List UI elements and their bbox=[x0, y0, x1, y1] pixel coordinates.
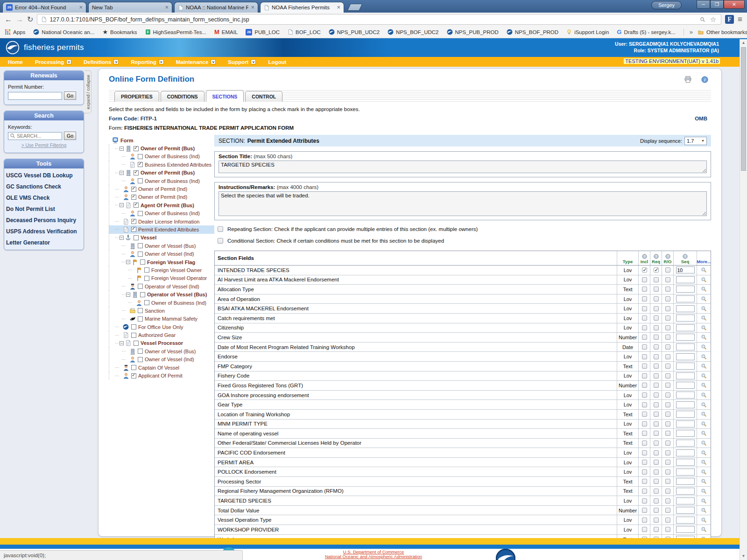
seq-input[interactable] bbox=[676, 411, 695, 418]
tree-checkbox[interactable] bbox=[144, 267, 149, 273]
tree-item[interactable]: − Operator of Vessel (Bus) bbox=[109, 290, 214, 298]
more-button[interactable] bbox=[697, 294, 711, 304]
req-checkbox[interactable] bbox=[654, 518, 659, 523]
bookmark-item[interactable]: HighSeasPermit-Tes... bbox=[145, 29, 206, 35]
nav-item-support[interactable]: Supportv bbox=[222, 59, 262, 65]
tree-checkbox[interactable] bbox=[131, 219, 136, 224]
tree-item[interactable]: − Operator of Vessel (Ind) bbox=[109, 282, 214, 290]
req-checkbox[interactable] bbox=[654, 287, 659, 292]
bookmark-item[interactable]: National Oceanic an... bbox=[33, 29, 94, 35]
seq-input[interactable] bbox=[676, 276, 695, 283]
incl-checkbox[interactable] bbox=[642, 479, 647, 484]
req-checkbox[interactable] bbox=[654, 527, 659, 532]
help-icon[interactable]: ? bbox=[665, 254, 670, 259]
more-button[interactable] bbox=[697, 496, 711, 505]
tool-link-usps-address-verification[interactable]: USPS Address Verification bbox=[5, 226, 83, 237]
tool-link-letter-generator[interactable]: Letter Generator bbox=[5, 238, 83, 248]
ro-checkbox[interactable] bbox=[665, 277, 670, 282]
req-checkbox[interactable] bbox=[654, 296, 659, 301]
ro-checkbox[interactable] bbox=[665, 315, 670, 321]
seq-input[interactable] bbox=[676, 430, 695, 437]
more-button[interactable] bbox=[697, 304, 711, 313]
tree-item[interactable]: − Sanction bbox=[109, 307, 214, 315]
seq-input[interactable] bbox=[676, 459, 695, 466]
search-icon[interactable] bbox=[700, 17, 705, 22]
scroll-up-icon[interactable]: ▲ bbox=[740, 39, 747, 47]
tree-item[interactable]: − Authorized Gear bbox=[109, 331, 214, 339]
more-button[interactable] bbox=[697, 333, 711, 342]
reload-icon[interactable]: ↻ bbox=[27, 16, 33, 23]
incl-checkbox[interactable] bbox=[642, 489, 647, 494]
tab-close-icon[interactable]: × bbox=[337, 5, 340, 10]
tree-checkbox[interactable] bbox=[140, 292, 145, 297]
tree-checkbox[interactable] bbox=[134, 341, 139, 346]
ro-checkbox[interactable] bbox=[665, 508, 670, 513]
seq-input[interactable] bbox=[676, 392, 695, 399]
seq-input[interactable] bbox=[676, 440, 695, 447]
tree-checkbox[interactable] bbox=[131, 365, 136, 370]
tree-item[interactable]: − Owner of Vessel (Ind) bbox=[109, 250, 214, 258]
req-checkbox[interactable] bbox=[654, 402, 659, 407]
section-title-input[interactable]: TARGETED SPECIES bbox=[218, 161, 707, 173]
bookmark-item[interactable]: iSupport Login bbox=[566, 29, 609, 35]
tree-item[interactable]: − Permit Extended Attributes bbox=[109, 225, 214, 233]
tab-close-icon[interactable]: × bbox=[251, 5, 254, 10]
tool-link-deceased-persons-inquiry[interactable]: Deceased Persons Inquiry bbox=[5, 215, 83, 225]
more-button[interactable] bbox=[697, 515, 711, 525]
tree-checkbox[interactable] bbox=[131, 187, 136, 192]
seq-input[interactable] bbox=[676, 315, 695, 322]
tab-close-icon[interactable]: × bbox=[79, 5, 83, 10]
tree-item[interactable]: − Captain Of Vessel bbox=[109, 364, 214, 371]
req-checkbox[interactable] bbox=[654, 325, 659, 330]
req-checkbox[interactable] bbox=[654, 315, 659, 321]
tree-item[interactable]: − Owner of Business (Ind) bbox=[109, 153, 214, 161]
seq-input[interactable] bbox=[676, 334, 695, 341]
conditional-section-checkbox[interactable] bbox=[218, 238, 223, 244]
ro-checkbox[interactable] bbox=[665, 489, 670, 494]
tree-checkbox[interactable] bbox=[140, 259, 145, 265]
bookmark-star-icon[interactable]: ☆ bbox=[710, 15, 716, 24]
incl-checkbox[interactable] bbox=[642, 527, 647, 532]
forward-icon[interactable]: → bbox=[16, 16, 23, 23]
tree-item[interactable]: − Vessel bbox=[109, 234, 214, 242]
tree-checkbox[interactable] bbox=[134, 203, 139, 208]
tree-checkbox[interactable] bbox=[131, 324, 136, 329]
ro-checkbox[interactable] bbox=[665, 296, 670, 301]
url-box[interactable]: 127.0.0.1:7101/NPS_BOF/bof_form_def/nps_… bbox=[37, 14, 721, 25]
other-bookmarks-button[interactable]: Other bookmarks bbox=[698, 29, 747, 35]
more-button[interactable] bbox=[697, 439, 711, 448]
bookmark-item[interactable]: NPS_PUB_UDC2 bbox=[329, 29, 380, 35]
profile-button[interactable]: Sergey bbox=[651, 1, 682, 9]
incl-checkbox[interactable] bbox=[642, 325, 647, 330]
scrollbar-thumb[interactable] bbox=[741, 47, 746, 171]
ro-checkbox[interactable] bbox=[665, 335, 670, 340]
req-checkbox[interactable] bbox=[654, 489, 659, 494]
more-button[interactable] bbox=[697, 429, 711, 438]
tree-item[interactable]: − Applicant Of Permit bbox=[109, 371, 214, 379]
more-button[interactable] bbox=[697, 362, 711, 371]
bookmark-item[interactable]: GDrafts (5) - sergey.k... bbox=[617, 28, 675, 35]
footer-link-commerce[interactable]: U.S. Department of Commerce bbox=[343, 549, 404, 554]
tree-checkbox[interactable] bbox=[138, 154, 143, 159]
tree-checkbox[interactable] bbox=[138, 316, 143, 322]
menu-icon[interactable]: ≡ bbox=[738, 15, 742, 24]
browser-tab[interactable]: 26Error 404--Not Found× bbox=[2, 2, 86, 13]
tree-checkbox[interactable] bbox=[138, 357, 143, 362]
req-checkbox[interactable] bbox=[654, 421, 659, 427]
tree-checkbox[interactable] bbox=[138, 252, 143, 257]
req-checkbox[interactable] bbox=[654, 306, 659, 311]
browser-tab[interactable]: New Tab× bbox=[88, 2, 172, 13]
help-icon[interactable]: ? bbox=[654, 254, 659, 259]
tree-expander-icon[interactable]: − bbox=[120, 236, 124, 240]
ro-checkbox[interactable] bbox=[665, 518, 670, 523]
req-checkbox[interactable] bbox=[654, 508, 659, 513]
more-button[interactable] bbox=[697, 371, 711, 381]
keywords-input[interactable] bbox=[17, 133, 59, 139]
ro-checkbox[interactable] bbox=[665, 364, 670, 369]
tree-checkbox[interactable] bbox=[138, 243, 143, 248]
minimize-button[interactable]: ─ bbox=[697, 0, 710, 9]
back-icon[interactable]: ← bbox=[5, 16, 12, 23]
tree-item[interactable]: − Owner of Business (Ind) bbox=[109, 177, 214, 185]
more-button[interactable] bbox=[697, 467, 711, 476]
ro-checkbox[interactable] bbox=[665, 354, 670, 359]
